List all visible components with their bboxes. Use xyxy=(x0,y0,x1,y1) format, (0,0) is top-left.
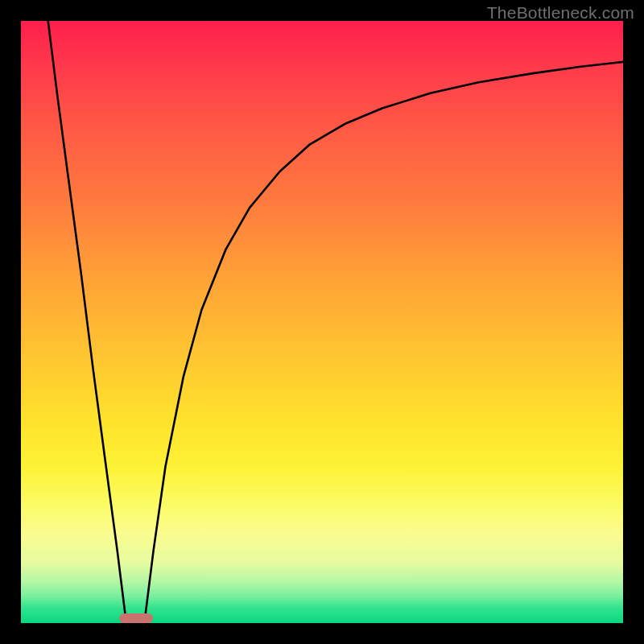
plot-area xyxy=(21,21,623,623)
chart-stage: TheBottleneck.com xyxy=(0,0,644,644)
watermark-text: TheBottleneck.com xyxy=(487,3,634,23)
optimal-marker xyxy=(119,613,153,623)
bottleneck-curve xyxy=(21,21,623,623)
curve-path xyxy=(48,21,623,623)
